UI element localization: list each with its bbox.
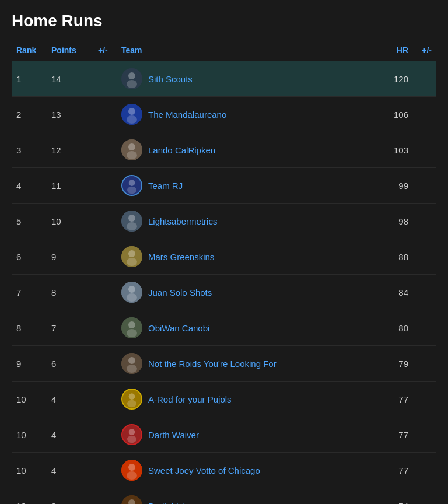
team-name-label: Sweet Joey Votto of Chicago	[148, 466, 260, 475]
hr-cell: 77	[378, 453, 413, 488]
team-avatar	[121, 211, 142, 232]
rank-cell: 5	[12, 204, 47, 239]
points-cell: 7	[47, 310, 93, 346]
plusminus-cell	[93, 488, 117, 505]
hr-plusminus-cell	[413, 132, 436, 168]
hr-plusminus-cell	[413, 453, 436, 488]
hr-plusminus-cell	[413, 239, 436, 275]
team-cell: Sith Scouts	[117, 61, 378, 97]
rank-cell: 7	[12, 275, 47, 310]
table-row: 87ObiWan Canobi80	[12, 310, 436, 346]
hr-plusminus-cell	[413, 488, 436, 505]
team-avatar	[121, 282, 142, 303]
col-rank: Rank	[12, 40, 47, 61]
svg-point-32	[127, 436, 136, 443]
team-avatar	[121, 139, 142, 160]
svg-point-5	[127, 116, 137, 124]
svg-point-13	[128, 215, 135, 222]
team-cell: Darth Votto	[117, 488, 378, 505]
plusminus-cell	[93, 275, 117, 310]
svg-point-25	[128, 357, 135, 364]
svg-point-2	[127, 80, 137, 88]
team-name-label: ObiWan Canobi	[148, 323, 209, 333]
points-cell: 4	[47, 453, 93, 488]
hr-cell: 77	[378, 382, 413, 417]
svg-point-26	[127, 365, 137, 373]
table-row: 96Not the Roids You're Looking For79	[12, 346, 436, 382]
team-cell: ObiWan Canobi	[117, 310, 378, 346]
table-row: 411Team RJ99	[12, 168, 436, 204]
team-name-label: Lando CalRipken	[148, 145, 215, 155]
svg-point-28	[129, 393, 135, 400]
rank-cell: 13	[12, 488, 47, 505]
hr-cell: 74	[378, 488, 413, 505]
plusminus-cell	[93, 417, 117, 453]
hr-plusminus-cell	[413, 346, 436, 382]
rank-cell: 10	[12, 417, 47, 453]
team-cell: The Mandalaureano	[117, 97, 378, 132]
table-row: 114Sith Scouts120	[12, 61, 436, 97]
svg-point-29	[127, 400, 136, 407]
hr-plusminus-cell	[413, 310, 436, 346]
table-row: 104A-Rod for your Pujols77	[12, 382, 436, 417]
col-pm-header: +/-	[413, 40, 436, 61]
col-team: Team	[117, 40, 378, 61]
svg-point-34	[128, 464, 135, 471]
hr-cell: 77	[378, 417, 413, 453]
team-avatar	[121, 424, 142, 445]
hr-cell: 98	[378, 204, 413, 239]
team-name-label: The Mandalaureano	[148, 110, 226, 120]
table-row: 132Darth Votto74	[12, 488, 436, 505]
team-avatar	[121, 246, 142, 267]
team-avatar	[121, 175, 142, 196]
hr-plusminus-cell	[413, 382, 436, 417]
table-row: 104Darth Waiver77	[12, 417, 436, 453]
points-cell: 13	[47, 97, 93, 132]
hr-cell: 103	[378, 132, 413, 168]
hr-plusminus-cell	[413, 204, 436, 239]
svg-point-4	[128, 108, 135, 115]
svg-point-35	[127, 471, 137, 480]
svg-point-14	[127, 222, 137, 230]
table-row: 69Mars Greenskins88	[12, 239, 436, 275]
svg-point-16	[128, 250, 135, 257]
points-cell: 9	[47, 239, 93, 275]
points-cell: 10	[47, 204, 93, 239]
hr-cell: 120	[378, 61, 413, 97]
page-title: Home Runs	[12, 12, 436, 30]
plusminus-cell	[93, 346, 117, 382]
table-row: 78Juan Solo Shots84	[12, 275, 436, 310]
team-name-label: Team RJ	[148, 181, 183, 191]
team-cell: A-Rod for your Pujols	[117, 382, 378, 417]
plusminus-cell	[93, 310, 117, 346]
table-row: 510Lightsabermetrics98	[12, 204, 436, 239]
svg-point-20	[127, 293, 137, 302]
svg-point-17	[127, 258, 137, 266]
svg-point-31	[129, 429, 135, 435]
leaderboard-table: Rank Points +/- Team HR +/- 114Sith Scou…	[12, 40, 436, 504]
rank-cell: 3	[12, 132, 47, 168]
plusminus-cell	[93, 204, 117, 239]
table-header-row: Rank Points +/- Team HR +/-	[12, 40, 436, 61]
team-name-label: Not the Roids You're Looking For	[148, 359, 276, 369]
hr-plusminus-cell	[413, 61, 436, 97]
rank-cell: 1	[12, 61, 47, 97]
team-cell: Lightsabermetrics	[117, 204, 378, 239]
plusminus-cell	[93, 97, 117, 132]
team-avatar	[121, 104, 142, 125]
team-name-label: Lightsabermetrics	[148, 216, 217, 226]
rank-cell: 2	[12, 97, 47, 132]
team-cell: Team RJ	[117, 168, 378, 204]
svg-point-19	[128, 286, 135, 293]
hr-cell: 106	[378, 97, 413, 132]
team-name-label: Mars Greenskins	[148, 252, 214, 262]
team-avatar	[121, 495, 142, 504]
table-row: 213The Mandalaureano106	[12, 97, 436, 132]
team-avatar	[121, 68, 142, 89]
hr-plusminus-cell	[413, 168, 436, 204]
col-points: Points	[47, 40, 93, 61]
points-cell: 4	[47, 417, 93, 453]
hr-cell: 88	[378, 239, 413, 275]
points-cell: 4	[47, 382, 93, 417]
plusminus-cell	[93, 132, 117, 168]
